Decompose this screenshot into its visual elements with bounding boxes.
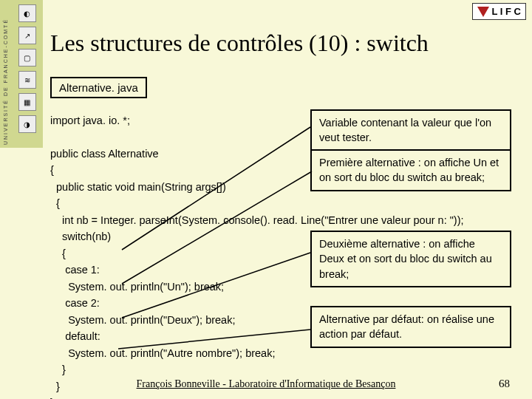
filename-box: Alternative. java [50,77,147,98]
callout-default: Alternative par défaut: on réalise une a… [310,306,511,348]
triangle-icon [477,7,489,17]
footer-author: François Bonneville - Laboratoire d'Info… [137,378,396,390]
sidebar-icons: ◐ ↗ ▢ ≋ ▦ ◑ [11,0,43,148]
lifc-logo: L I F C [472,3,526,20]
page-number: 68 [499,378,510,390]
decorative-icon: ≋ [18,71,36,89]
left-sidebar: UNIVERSITÉ DE FRANCHE-COMTÉ ◐ ↗ ▢ ≋ ▦ ◑ [0,0,43,148]
decorative-icon: ↗ [18,27,36,44]
slide-title: Les structures de contrôles (10) : switc… [50,30,429,57]
callout-second-alt: Deuxième alternative : on affiche Deux e… [310,231,511,287]
university-label: UNIVERSITÉ DE FRANCHE-COMTÉ [0,0,11,148]
callout-first-alt: Première alternative : on affiche Un et … [310,149,511,191]
decorative-icon: ◑ [18,115,36,133]
decorative-icon: ▦ [18,93,36,111]
callout-variable: Variable contenant la valeur que l'on ve… [310,109,511,151]
logo-text: L I F C [492,6,521,17]
decorative-icon: ▢ [18,49,36,66]
decorative-icon: ◐ [18,4,36,22]
